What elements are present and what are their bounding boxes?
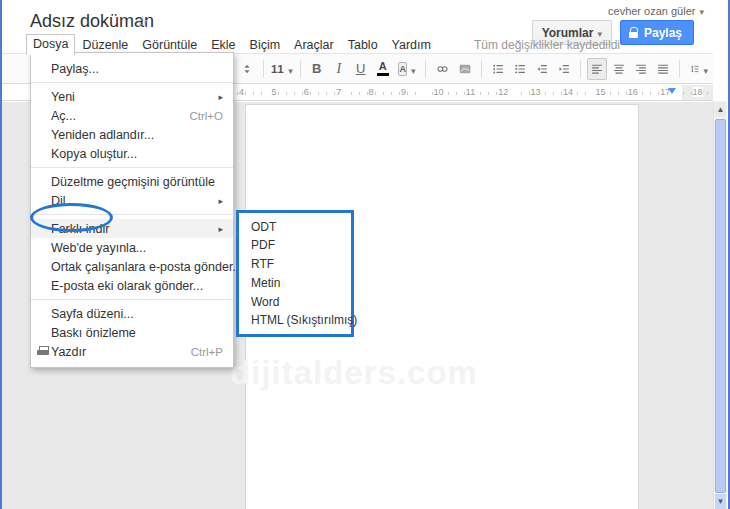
justify-button[interactable] — [653, 58, 673, 80]
header: Adsız doküman cevher ozan güler Yorumlar… — [2, 0, 728, 53]
file-menu-item[interactable]: Baskı önizleme — [31, 323, 233, 342]
download-submenu-item[interactable]: RTF — [239, 257, 351, 271]
toolbar-separator — [425, 60, 426, 78]
download-submenu-item[interactable]: ODT — [239, 220, 351, 234]
file-menu-item[interactable]: Düzeltme geçmişini görüntüle — [31, 172, 233, 191]
insert-link-button[interactable] — [432, 58, 453, 80]
ruler-number: 12 — [498, 87, 508, 97]
file-menu-item[interactable]: Dil — [31, 191, 233, 210]
menubar-item[interactable]: Tablo — [341, 36, 385, 54]
file-menu-item[interactable]: Yeniden adlandır... — [31, 125, 233, 144]
file-menu-item[interactable]: E-posta eki olarak gönder... — [31, 276, 233, 295]
toolbar-separator — [300, 60, 301, 78]
watermark-text: dijitalders.com — [230, 354, 478, 392]
menu-item-icon — [37, 110, 49, 121]
numbered-list-button[interactable] — [488, 58, 508, 80]
italic-glyph: I — [336, 61, 341, 77]
chevron-down-icon — [284, 60, 293, 78]
file-menu-item[interactable]: Aç... Ctrl+O — [31, 106, 233, 125]
chevron-down-icon — [699, 60, 708, 78]
align-center-button[interactable] — [609, 58, 629, 80]
menu-item-icon — [37, 261, 49, 272]
scrollbar-thumb[interactable] — [715, 119, 726, 493]
bold-glyph: B — [312, 61, 321, 76]
ruler-margin-marker[interactable] — [668, 88, 676, 94]
align-left-button[interactable] — [587, 58, 607, 80]
menubar-item[interactable]: Biçim — [243, 36, 288, 54]
menubar-item[interactable]: Ekle — [204, 36, 242, 54]
account-menu[interactable]: cevher ozan güler — [608, 5, 704, 17]
share-button[interactable]: Paylaş — [620, 20, 694, 45]
insert-image-button[interactable] — [455, 58, 475, 80]
menu-item-icon — [37, 91, 49, 102]
menu-item-icon — [37, 327, 49, 338]
scroll-down-button[interactable] — [715, 494, 726, 509]
ruler-number: 5 — [271, 87, 276, 97]
lock-icon — [629, 27, 638, 38]
menubar-item[interactable]: Araçlar — [287, 36, 341, 54]
indent-button[interactable] — [554, 58, 574, 80]
chevron-down-icon — [407, 60, 416, 78]
menubar-item[interactable]: Yardım — [385, 36, 438, 54]
menubar-item[interactable]: Dosya — [26, 34, 75, 55]
underline-button[interactable]: U — [351, 58, 371, 80]
file-menu-item[interactable]: Paylaş... — [31, 59, 233, 78]
download-submenu-item[interactable]: Metin — [239, 276, 351, 290]
file-menu-item[interactable] — [31, 167, 233, 168]
menu-item-icon — [37, 346, 49, 357]
text-color-swatch — [377, 73, 389, 76]
star-icon[interactable] — [135, 12, 149, 31]
menu-item-icon — [37, 242, 49, 253]
download-submenu-item[interactable]: Word — [239, 295, 351, 309]
highlight-icon: A — [398, 62, 407, 76]
file-menu-item[interactable] — [31, 82, 233, 83]
submenu-arrow-icon — [218, 92, 223, 102]
save-status[interactable]: Tüm değişiklikler kaydedildi — [474, 38, 620, 52]
outdent-button[interactable] — [532, 58, 552, 80]
scroll-up-button[interactable] — [715, 102, 726, 117]
bulleted-list-button[interactable] — [510, 58, 530, 80]
download-submenu: ODT PDF RTF Metin Word HTML (Sıkıştırılm… — [236, 210, 354, 337]
file-menu-item[interactable]: Ortak çalışanlara e-posta gönder... — [31, 257, 233, 276]
menu-item-icon — [37, 63, 49, 74]
file-menu-item[interactable]: Web'de yayınla... — [31, 238, 233, 257]
menubar-item[interactable]: Düzenle — [75, 36, 135, 54]
file-menu-item[interactable]: Farklı indir — [31, 219, 233, 238]
download-submenu-item[interactable]: HTML (Sıkıştırılmış) — [239, 313, 351, 327]
file-menu-item[interactable]: Yeni — [31, 87, 233, 106]
italic-button[interactable]: I — [329, 58, 349, 80]
menu-item-shortcut: Ctrl+O — [189, 110, 223, 122]
menu-item-icon — [37, 308, 49, 319]
underline-glyph: U — [356, 61, 365, 76]
ruler-number: 10 — [433, 87, 443, 97]
file-menu-item[interactable]: Kopya oluştur... — [31, 144, 233, 163]
file-menu-item[interactable]: Sayfa düzeni... — [31, 304, 233, 323]
bold-button[interactable]: B — [307, 58, 327, 80]
menu-item-icon — [37, 280, 49, 291]
highlight-color-button[interactable]: A — [395, 58, 419, 80]
google-docs-window: Adsız doküman cevher ozan güler Yorumlar… — [0, 0, 730, 509]
menu-item-icon — [37, 148, 49, 159]
ruler-number: 4 — [239, 87, 244, 97]
ruler-number: 11 — [466, 87, 475, 97]
file-menu-item[interactable] — [31, 214, 233, 215]
ruler-number: 13 — [531, 87, 541, 97]
ruler-number: 18 — [693, 87, 703, 97]
file-menu-item[interactable]: Yazdır Ctrl+P — [31, 342, 233, 361]
line-spacing-button[interactable] — [686, 58, 712, 80]
menu-item-icon — [37, 129, 49, 140]
menu-bar: Dosya Düzenle Görüntüle Ekle Biçim Araçl… — [26, 36, 620, 53]
ruler-number: 6 — [304, 87, 309, 97]
share-label: Paylaş — [644, 26, 682, 40]
menubar-item[interactable]: Görüntüle — [135, 36, 204, 54]
text-color-button[interactable]: A — [373, 58, 393, 80]
download-submenu-item[interactable]: PDF — [239, 238, 351, 252]
align-right-button[interactable] — [631, 58, 651, 80]
font-dropdown-spinner-icon[interactable] — [237, 58, 257, 80]
font-size-value: 11 — [271, 63, 284, 75]
font-size-select[interactable]: 11 — [270, 58, 294, 80]
toolbar-separator — [679, 60, 680, 78]
ruler-number: 16 — [628, 87, 638, 97]
file-menu-item[interactable] — [31, 299, 233, 300]
vertical-scrollbar[interactable] — [713, 101, 727, 509]
